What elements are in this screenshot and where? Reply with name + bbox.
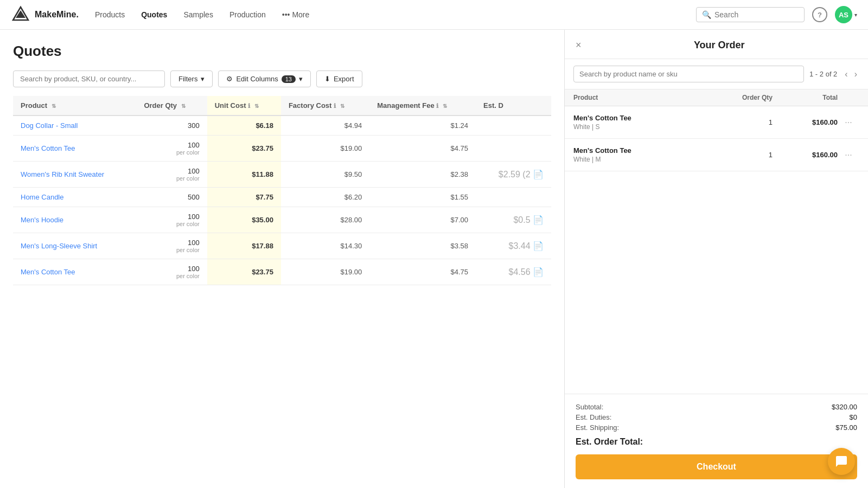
- factory-cost-cell: $4.94: [281, 115, 369, 136]
- qty-cell: 100per color: [136, 233, 207, 259]
- right-panel-header: × Your Order: [565, 30, 868, 59]
- quotes-table: Product ⇅ Order Qty ⇅ Unit Cost ℹ ⇅ Fact…: [13, 96, 551, 285]
- order-items-list: Men's Cotton TeeWhite | S1$160.00···Men'…: [565, 106, 868, 394]
- product-cell: Men's Cotton Tee: [13, 259, 136, 285]
- col-header-order-qty[interactable]: Order Qty ⇅: [136, 96, 207, 115]
- est-d-cell: [476, 136, 551, 162]
- product-link[interactable]: Men's Cotton Tee: [21, 144, 75, 152]
- navbar: MakeMine. Products Quotes Samples Produc…: [0, 0, 868, 30]
- nav-production[interactable]: Production: [229, 10, 266, 19]
- unit-cost-cell: $7.75: [207, 188, 281, 207]
- gear-icon: [226, 75, 233, 83]
- col-header-mgmt-fee[interactable]: Management Fee ℹ ⇅: [369, 96, 476, 115]
- product-link[interactable]: Dog Collar - Small: [21, 121, 78, 130]
- unit-cost-cell: $6.18: [207, 115, 281, 136]
- checkout-button[interactable]: Checkout: [576, 454, 857, 479]
- mgmt-fee-cell: $1.55: [369, 188, 476, 207]
- order-item-total: $160.00: [773, 118, 838, 126]
- document-icon[interactable]: $0.5 📄: [513, 215, 544, 224]
- col-header-factory-cost[interactable]: Factory Cost ℹ ⇅: [281, 96, 369, 115]
- main-layout: Quotes Filters ▾ Edit Columns 13 ▾ Expor…: [0, 30, 868, 488]
- col-header-unit-cost[interactable]: Unit Cost ℹ ⇅: [207, 96, 281, 115]
- document-icon[interactable]: $3.44 📄: [509, 241, 544, 251]
- product-link[interactable]: Men's Hoodie: [21, 216, 63, 224]
- qty-cell: 100per color: [136, 207, 207, 233]
- document-icon[interactable]: $4.56 📄: [509, 267, 544, 277]
- nav-quotes[interactable]: Quotes: [141, 10, 167, 19]
- next-page-button[interactable]: ›: [852, 68, 859, 80]
- product-cell: Men's Hoodie: [13, 207, 136, 233]
- mgmt-fee-cell: $1.24: [369, 115, 476, 136]
- order-item-qty: 1: [707, 118, 773, 126]
- filters-button[interactable]: Filters ▾: [170, 70, 213, 87]
- avatar-chevron: ▾: [854, 12, 857, 18]
- avatar[interactable]: AS: [835, 6, 852, 23]
- col-header-product[interactable]: Product ⇅: [13, 96, 136, 115]
- qty-cell: 500: [136, 188, 207, 207]
- order-col-total: Total: [773, 94, 838, 101]
- toolbar: Filters ▾ Edit Columns 13 ▾ Export: [13, 70, 551, 87]
- mgmt-fee-cell: $7.00: [369, 207, 476, 233]
- product-link[interactable]: Women's Rib Knit Sweater: [21, 170, 104, 178]
- pagination-arrows: ‹ ›: [843, 68, 859, 80]
- factory-cost-cell: $19.00: [281, 259, 369, 285]
- export-label: Export: [334, 75, 354, 83]
- close-panel-button[interactable]: ×: [576, 40, 582, 51]
- prev-page-button[interactable]: ‹: [843, 68, 850, 80]
- product-link[interactable]: Men's Cotton Tee: [21, 268, 75, 276]
- quotes-table-container: Product ⇅ Order Qty ⇅ Unit Cost ℹ ⇅ Fact…: [13, 96, 551, 488]
- nav-more[interactable]: ••• More: [282, 10, 310, 19]
- order-title: Your Order: [582, 40, 857, 51]
- product-cell: Home Candle: [13, 188, 136, 207]
- logo[interactable]: MakeMine.: [11, 5, 79, 24]
- factory-cost-cell: $6.20: [281, 188, 369, 207]
- order-item-menu-button[interactable]: ···: [838, 118, 859, 127]
- download-icon: [324, 75, 330, 83]
- order-item-info: Men's Cotton TeeWhite | S: [573, 114, 707, 131]
- order-item-total: $160.00: [773, 151, 838, 159]
- chat-icon: [835, 455, 848, 468]
- order-item-menu-button[interactable]: ···: [838, 150, 859, 160]
- unit-cost-cell: $35.00: [207, 207, 281, 233]
- subtotal-value: $320.00: [832, 403, 857, 411]
- factory-cost-cell: $19.00: [281, 136, 369, 162]
- document-icon[interactable]: $2.59 (2 📄: [499, 170, 544, 179]
- table-row: Men's Hoodie100per color$35.00$28.00$7.0…: [13, 207, 551, 233]
- nav-samples[interactable]: Samples: [183, 10, 213, 19]
- global-search-input[interactable]: [714, 10, 799, 19]
- table-row: Home Candle500$7.75$6.20$1.55: [13, 188, 551, 207]
- qty-cell: 300: [136, 115, 207, 136]
- duties-value: $0: [850, 413, 857, 421]
- product-cell: Men's Long-Sleeve Shirt: [13, 233, 136, 259]
- est-d-cell: [476, 188, 551, 207]
- subtotal-row: Subtotal: $320.00: [576, 403, 857, 411]
- est-d-cell: $3.44 📄: [476, 233, 551, 259]
- est-d-cell: $4.56 📄: [476, 259, 551, 285]
- unit-cost-cell: $23.75: [207, 136, 281, 162]
- order-summary: Subtotal: $320.00 Est. Duties: $0 Est. S…: [565, 394, 868, 488]
- est-total-label: Est. Order Total:: [576, 437, 643, 447]
- duties-row: Est. Duties: $0: [576, 413, 857, 421]
- est-d-cell: [476, 115, 551, 136]
- search-icon: 🔍: [702, 10, 711, 19]
- product-link[interactable]: Men's Long-Sleeve Shirt: [21, 242, 97, 250]
- edit-columns-button[interactable]: Edit Columns 13 ▾: [218, 70, 311, 87]
- duties-label: Est. Duties:: [576, 413, 611, 421]
- help-button[interactable]: ?: [812, 7, 827, 22]
- subtotal-label: Subtotal:: [576, 403, 603, 411]
- nav-products[interactable]: Products: [95, 10, 125, 19]
- quotes-search-input[interactable]: [13, 70, 165, 87]
- order-search-bar: 1 - 2 of 2 ‹ ›: [565, 59, 868, 89]
- filters-chevron-icon: ▾: [201, 75, 205, 83]
- shipping-row: Est. Shipping: $75.00: [576, 423, 857, 432]
- product-link[interactable]: Home Candle: [21, 193, 64, 201]
- chat-bubble[interactable]: [828, 448, 855, 475]
- table-row: Dog Collar - Small300$6.18$4.94$1.24: [13, 115, 551, 136]
- global-search-box[interactable]: 🔍: [696, 7, 805, 22]
- order-item-row: Men's Cotton TeeWhite | S1$160.00···: [565, 106, 868, 139]
- export-button[interactable]: Export: [316, 70, 362, 87]
- factory-cost-cell: $9.50: [281, 162, 369, 188]
- order-search-input[interactable]: [573, 66, 804, 82]
- pagination-info: 1 - 2 of 2: [809, 70, 837, 78]
- user-avatar-wrapper[interactable]: AS ▾: [835, 6, 857, 23]
